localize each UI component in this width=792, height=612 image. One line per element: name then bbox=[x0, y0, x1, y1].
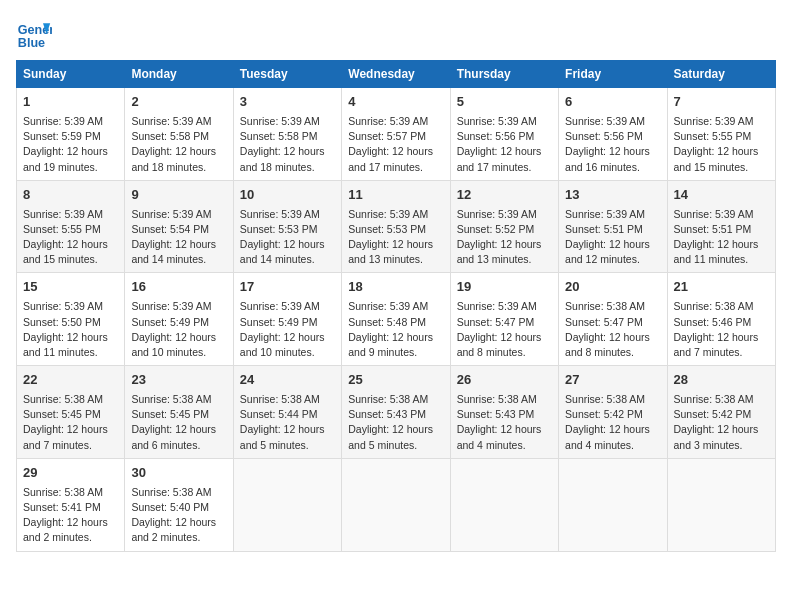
day-cell: 1Sunrise: 5:39 AM Sunset: 5:59 PM Daylig… bbox=[17, 88, 125, 181]
day-info: Sunrise: 5:39 AM Sunset: 5:51 PM Dayligh… bbox=[674, 207, 769, 268]
day-number: 13 bbox=[565, 186, 660, 205]
day-info: Sunrise: 5:39 AM Sunset: 5:47 PM Dayligh… bbox=[457, 299, 552, 360]
day-number: 14 bbox=[674, 186, 769, 205]
calendar-body: 1Sunrise: 5:39 AM Sunset: 5:59 PM Daylig… bbox=[17, 88, 776, 552]
day-cell: 30Sunrise: 5:38 AM Sunset: 5:40 PM Dayli… bbox=[125, 458, 233, 551]
day-info: Sunrise: 5:39 AM Sunset: 5:53 PM Dayligh… bbox=[240, 207, 335, 268]
day-cell: 20Sunrise: 5:38 AM Sunset: 5:47 PM Dayli… bbox=[559, 273, 667, 366]
day-info: Sunrise: 5:39 AM Sunset: 5:48 PM Dayligh… bbox=[348, 299, 443, 360]
week-row-1: 8Sunrise: 5:39 AM Sunset: 5:55 PM Daylig… bbox=[17, 180, 776, 273]
day-info: Sunrise: 5:39 AM Sunset: 5:56 PM Dayligh… bbox=[565, 114, 660, 175]
day-info: Sunrise: 5:39 AM Sunset: 5:53 PM Dayligh… bbox=[348, 207, 443, 268]
day-cell: 15Sunrise: 5:39 AM Sunset: 5:50 PM Dayli… bbox=[17, 273, 125, 366]
day-info: Sunrise: 5:39 AM Sunset: 5:55 PM Dayligh… bbox=[674, 114, 769, 175]
day-info: Sunrise: 5:39 AM Sunset: 5:59 PM Dayligh… bbox=[23, 114, 118, 175]
day-cell bbox=[342, 458, 450, 551]
day-cell: 9Sunrise: 5:39 AM Sunset: 5:54 PM Daylig… bbox=[125, 180, 233, 273]
day-number: 15 bbox=[23, 278, 118, 297]
day-info: Sunrise: 5:38 AM Sunset: 5:46 PM Dayligh… bbox=[674, 299, 769, 360]
week-row-3: 22Sunrise: 5:38 AM Sunset: 5:45 PM Dayli… bbox=[17, 366, 776, 459]
day-number: 26 bbox=[457, 371, 552, 390]
col-wednesday: Wednesday bbox=[342, 61, 450, 88]
day-cell: 16Sunrise: 5:39 AM Sunset: 5:49 PM Dayli… bbox=[125, 273, 233, 366]
day-number: 4 bbox=[348, 93, 443, 112]
day-info: Sunrise: 5:38 AM Sunset: 5:43 PM Dayligh… bbox=[457, 392, 552, 453]
week-row-0: 1Sunrise: 5:39 AM Sunset: 5:59 PM Daylig… bbox=[17, 88, 776, 181]
week-row-2: 15Sunrise: 5:39 AM Sunset: 5:50 PM Dayli… bbox=[17, 273, 776, 366]
day-cell: 3Sunrise: 5:39 AM Sunset: 5:58 PM Daylig… bbox=[233, 88, 341, 181]
day-cell: 8Sunrise: 5:39 AM Sunset: 5:55 PM Daylig… bbox=[17, 180, 125, 273]
day-cell: 7Sunrise: 5:39 AM Sunset: 5:55 PM Daylig… bbox=[667, 88, 775, 181]
day-number: 17 bbox=[240, 278, 335, 297]
day-number: 2 bbox=[131, 93, 226, 112]
day-cell: 26Sunrise: 5:38 AM Sunset: 5:43 PM Dayli… bbox=[450, 366, 558, 459]
day-cell: 13Sunrise: 5:39 AM Sunset: 5:51 PM Dayli… bbox=[559, 180, 667, 273]
day-number: 18 bbox=[348, 278, 443, 297]
day-cell: 25Sunrise: 5:38 AM Sunset: 5:43 PM Dayli… bbox=[342, 366, 450, 459]
day-number: 23 bbox=[131, 371, 226, 390]
day-info: Sunrise: 5:39 AM Sunset: 5:56 PM Dayligh… bbox=[457, 114, 552, 175]
day-number: 12 bbox=[457, 186, 552, 205]
col-sunday: Sunday bbox=[17, 61, 125, 88]
col-monday: Monday bbox=[125, 61, 233, 88]
day-cell: 19Sunrise: 5:39 AM Sunset: 5:47 PM Dayli… bbox=[450, 273, 558, 366]
day-info: Sunrise: 5:38 AM Sunset: 5:45 PM Dayligh… bbox=[23, 392, 118, 453]
day-cell bbox=[450, 458, 558, 551]
header-row: Sunday Monday Tuesday Wednesday Thursday… bbox=[17, 61, 776, 88]
day-info: Sunrise: 5:39 AM Sunset: 5:50 PM Dayligh… bbox=[23, 299, 118, 360]
col-thursday: Thursday bbox=[450, 61, 558, 88]
calendar-header: Sunday Monday Tuesday Wednesday Thursday… bbox=[17, 61, 776, 88]
day-cell: 2Sunrise: 5:39 AM Sunset: 5:58 PM Daylig… bbox=[125, 88, 233, 181]
day-info: Sunrise: 5:39 AM Sunset: 5:58 PM Dayligh… bbox=[131, 114, 226, 175]
day-number: 7 bbox=[674, 93, 769, 112]
day-cell: 27Sunrise: 5:38 AM Sunset: 5:42 PM Dayli… bbox=[559, 366, 667, 459]
day-cell: 23Sunrise: 5:38 AM Sunset: 5:45 PM Dayli… bbox=[125, 366, 233, 459]
day-number: 21 bbox=[674, 278, 769, 297]
day-number: 9 bbox=[131, 186, 226, 205]
day-number: 19 bbox=[457, 278, 552, 297]
day-info: Sunrise: 5:39 AM Sunset: 5:54 PM Dayligh… bbox=[131, 207, 226, 268]
day-number: 3 bbox=[240, 93, 335, 112]
day-info: Sunrise: 5:39 AM Sunset: 5:55 PM Dayligh… bbox=[23, 207, 118, 268]
day-number: 5 bbox=[457, 93, 552, 112]
day-number: 6 bbox=[565, 93, 660, 112]
day-cell: 6Sunrise: 5:39 AM Sunset: 5:56 PM Daylig… bbox=[559, 88, 667, 181]
day-number: 28 bbox=[674, 371, 769, 390]
day-info: Sunrise: 5:38 AM Sunset: 5:47 PM Dayligh… bbox=[565, 299, 660, 360]
day-info: Sunrise: 5:38 AM Sunset: 5:40 PM Dayligh… bbox=[131, 485, 226, 546]
col-tuesday: Tuesday bbox=[233, 61, 341, 88]
col-saturday: Saturday bbox=[667, 61, 775, 88]
day-number: 20 bbox=[565, 278, 660, 297]
day-cell bbox=[559, 458, 667, 551]
day-cell: 10Sunrise: 5:39 AM Sunset: 5:53 PM Dayli… bbox=[233, 180, 341, 273]
day-number: 8 bbox=[23, 186, 118, 205]
day-cell bbox=[667, 458, 775, 551]
day-info: Sunrise: 5:39 AM Sunset: 5:49 PM Dayligh… bbox=[240, 299, 335, 360]
logo-icon: General Blue bbox=[16, 16, 52, 52]
day-cell: 21Sunrise: 5:38 AM Sunset: 5:46 PM Dayli… bbox=[667, 273, 775, 366]
day-number: 30 bbox=[131, 464, 226, 483]
day-cell: 17Sunrise: 5:39 AM Sunset: 5:49 PM Dayli… bbox=[233, 273, 341, 366]
day-cell: 22Sunrise: 5:38 AM Sunset: 5:45 PM Dayli… bbox=[17, 366, 125, 459]
day-cell: 29Sunrise: 5:38 AM Sunset: 5:41 PM Dayli… bbox=[17, 458, 125, 551]
day-cell: 18Sunrise: 5:39 AM Sunset: 5:48 PM Dayli… bbox=[342, 273, 450, 366]
day-info: Sunrise: 5:39 AM Sunset: 5:57 PM Dayligh… bbox=[348, 114, 443, 175]
day-info: Sunrise: 5:38 AM Sunset: 5:41 PM Dayligh… bbox=[23, 485, 118, 546]
day-number: 27 bbox=[565, 371, 660, 390]
day-info: Sunrise: 5:38 AM Sunset: 5:45 PM Dayligh… bbox=[131, 392, 226, 453]
day-info: Sunrise: 5:39 AM Sunset: 5:51 PM Dayligh… bbox=[565, 207, 660, 268]
day-info: Sunrise: 5:39 AM Sunset: 5:52 PM Dayligh… bbox=[457, 207, 552, 268]
day-info: Sunrise: 5:38 AM Sunset: 5:43 PM Dayligh… bbox=[348, 392, 443, 453]
day-number: 10 bbox=[240, 186, 335, 205]
svg-text:Blue: Blue bbox=[18, 36, 45, 50]
day-cell: 5Sunrise: 5:39 AM Sunset: 5:56 PM Daylig… bbox=[450, 88, 558, 181]
day-cell: 14Sunrise: 5:39 AM Sunset: 5:51 PM Dayli… bbox=[667, 180, 775, 273]
day-number: 1 bbox=[23, 93, 118, 112]
day-info: Sunrise: 5:38 AM Sunset: 5:42 PM Dayligh… bbox=[674, 392, 769, 453]
day-cell bbox=[233, 458, 341, 551]
week-row-4: 29Sunrise: 5:38 AM Sunset: 5:41 PM Dayli… bbox=[17, 458, 776, 551]
day-info: Sunrise: 5:39 AM Sunset: 5:49 PM Dayligh… bbox=[131, 299, 226, 360]
day-info: Sunrise: 5:39 AM Sunset: 5:58 PM Dayligh… bbox=[240, 114, 335, 175]
day-number: 29 bbox=[23, 464, 118, 483]
day-info: Sunrise: 5:38 AM Sunset: 5:44 PM Dayligh… bbox=[240, 392, 335, 453]
